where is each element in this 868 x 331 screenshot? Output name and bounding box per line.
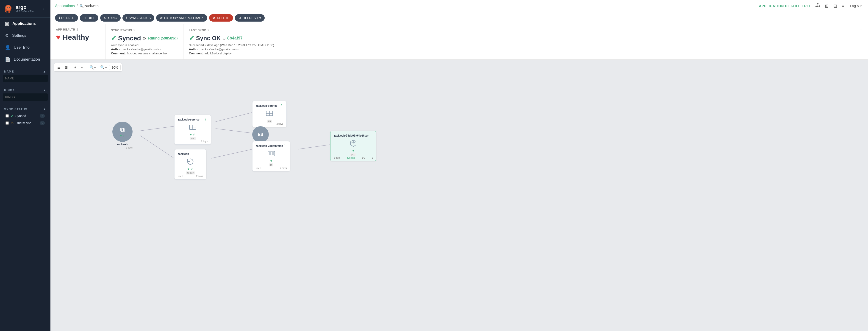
pod-age: 2 days (334, 157, 340, 159)
sidebar-item-applications[interactable]: ▣ Applications (0, 18, 51, 30)
filter-sync-section: SYNC STATUS ▲ ✔ Synced 2 ⚠ OutOfSync 0 (0, 103, 51, 128)
rs-age: 2 days (280, 167, 287, 169)
pod-count: 1/1 (362, 157, 365, 159)
user-icon: 👤 (5, 45, 10, 50)
svc-icon (188, 123, 197, 131)
name-filter-input[interactable] (3, 75, 48, 82)
synced-count: 2 (40, 114, 45, 118)
last-sync-comment-label: Comment: (189, 52, 204, 55)
diagram-remove-btn[interactable]: − (79, 64, 84, 71)
sidebar-header: argo v2.9.3+6eba5be ← (0, 0, 51, 18)
filter-name-title: NAME ▲ (3, 68, 48, 75)
pod-more-icon[interactable]: ⋮ (369, 133, 373, 138)
synced-check-icon: ✔ (10, 114, 13, 118)
svg-rect-27 (269, 152, 271, 155)
diagram-add-btn[interactable]: + (72, 64, 78, 71)
delete-icon: ✕ (213, 16, 216, 20)
breadcrumb-app-name: zackweb (84, 4, 99, 8)
diagram-grid-btn[interactable]: ⊞ (63, 64, 69, 71)
sync-comment: Comment: fix cloud resume challange link (111, 52, 178, 55)
ep-more-icon[interactable]: ⋮ (280, 104, 283, 108)
diagram-list-btn[interactable]: ☰ (56, 64, 62, 71)
sidebar-item-settings[interactable]: ⚙ Settings (0, 30, 51, 42)
action-buttons: ℹ DETAILS ⊞ DIFF ↻ SYNC ℹ SYNC STATUS ⟳ … (55, 14, 265, 22)
rs-node-name: zackweb-78dd96f94b (256, 144, 283, 147)
last-sync-succeeded: Succeeded 2 days ago (Wed Dec 13 2023 17… (189, 44, 863, 47)
sidebar-item-user-info[interactable]: 👤 User Info (0, 42, 51, 54)
diagram-area: ☰ ⊞ + − 🔍+ 🔍− 90% (51, 60, 868, 331)
root-heart-icon: ♥ (120, 134, 122, 138)
last-sync-text: Sync OK (196, 35, 221, 42)
applications-icon: ▣ (5, 21, 9, 26)
history-rollback-button[interactable]: ⟳ HISTORY AND ROLLBACK (156, 14, 207, 22)
filter-name-toggle[interactable]: ▲ (43, 70, 46, 73)
sync-button[interactable]: ↻ SYNC (100, 14, 121, 22)
svg-rect-9 (819, 6, 820, 7)
logout-button[interactable]: Log out (848, 3, 863, 9)
view-tree-btn[interactable] (814, 2, 821, 10)
logo-version: v2.9.3+6eba5be (16, 10, 34, 12)
action-bar: ℹ DETAILS ⊞ DIFF ↻ SYNC ℹ SYNC STATUS ⟳ … (51, 12, 868, 24)
svg-line-18 (211, 149, 252, 158)
rs-heart-icon: ♥ (270, 159, 272, 163)
pod-status: running (347, 157, 355, 159)
deploy-node[interactable]: zackweb ⋮ ♥ ✔ deploy rev:1 2 (174, 149, 207, 180)
filter-sync-toggle[interactable]: ▲ (43, 107, 46, 111)
breadcrumb-separator: / (76, 4, 78, 8)
breadcrumb-applications-link[interactable]: Applications (55, 4, 75, 8)
sidebar-item-documentation[interactable]: 📄 Documentation (0, 54, 51, 65)
svc-node[interactable]: zackweb-service ⋮ ♥ ✔ svc 2 days (174, 115, 211, 145)
root-node[interactable]: ⧉ ♥ ✔ zackweb 2 days (112, 122, 132, 149)
back-button[interactable]: ← (41, 5, 47, 12)
svc-more-icon[interactable]: ⋮ (204, 117, 208, 122)
filter-kinds-toggle[interactable]: ▲ (43, 88, 46, 92)
outofSync-checkbox[interactable] (5, 121, 9, 125)
kinds-filter-input[interactable] (3, 93, 48, 101)
sync-to-label: to (143, 36, 146, 40)
root-node-name: zackweb (112, 143, 132, 146)
sync-status-button[interactable]: ℹ SYNC STATUS (122, 14, 154, 22)
rs-more-icon[interactable]: ⋮ (283, 144, 287, 148)
pod-node[interactable]: zackweb-78dd96f94b-tktxm ⋮ ♥ pod (330, 131, 376, 161)
svg-line-19 (298, 145, 330, 149)
last-sync-title: LAST SYNC ℹ ··· (189, 28, 863, 33)
health-text: Healthy (63, 33, 89, 42)
breadcrumb: Applications / 🔍 zackweb (55, 4, 99, 8)
diagram-zoom-out-btn[interactable]: 🔍− (98, 64, 109, 71)
view-network-btn[interactable]: ⊟ (833, 2, 838, 10)
details-button[interactable]: ℹ DETAILS (55, 14, 78, 22)
root-node-icon: ⧉ (120, 126, 125, 134)
rs-node[interactable]: zackweb-78dd96f94b ⋮ ♥ rs rev:1 2 day (252, 141, 290, 171)
ep-node[interactable]: zackweb-service ⋮ ep 2 days (252, 101, 287, 127)
ep-age: 2 days (277, 122, 283, 125)
sync-text: Synced (118, 35, 141, 42)
delete-button[interactable]: ✕ DELETE (209, 14, 233, 22)
outofSync-count: 0 (40, 121, 45, 125)
details-icon: ℹ (59, 16, 60, 20)
breadcrumb-current: 🔍 zackweb (80, 4, 99, 8)
svg-line-14 (140, 126, 174, 131)
svg-rect-28 (272, 152, 274, 155)
last-sync-comment-value: add k8s-local deploy (205, 52, 232, 55)
view-grid-btn[interactable]: ⊞ (824, 2, 830, 10)
sync-commit-link[interactable]: editing (598589d) (148, 36, 178, 40)
last-sync-commit-link[interactable]: 8b4af97 (227, 36, 243, 40)
sync-icon: ↻ (104, 16, 106, 20)
synced-checkbox[interactable] (5, 114, 9, 117)
pod-icon (349, 139, 358, 147)
last-sync-more-icon[interactable]: ··· (858, 28, 863, 33)
diagram-zoom-in-btn[interactable]: 🔍+ (88, 64, 98, 71)
outofSync-warn-icon: ⚠ (10, 121, 14, 125)
svg-line-31 (353, 142, 356, 143)
sync-status-more-icon[interactable]: ··· (174, 28, 178, 33)
diff-button[interactable]: ⊞ DIFF (80, 14, 98, 22)
view-table-btn[interactable]: ≡ (841, 2, 845, 9)
deploy-age: 2 days (196, 175, 203, 177)
settings-icon: ⚙ (5, 33, 9, 38)
docs-icon: 📄 (5, 57, 10, 62)
pod-num: 1 (372, 157, 373, 159)
refresh-button[interactable]: ↺ REFRESH ▾ (235, 14, 265, 22)
deploy-more-icon[interactable]: ⋮ (199, 152, 203, 156)
sync-author-value: zackz <zackz@gmail.com> - (123, 48, 161, 51)
svg-point-4 (7, 7, 8, 8)
